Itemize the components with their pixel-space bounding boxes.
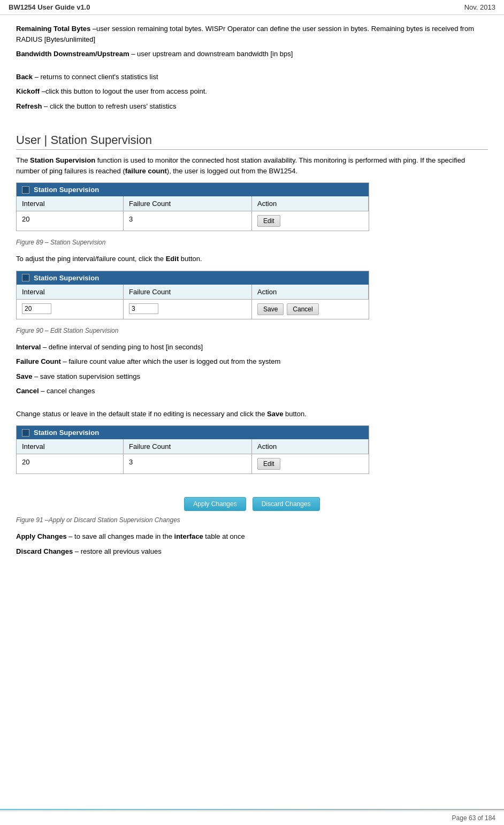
table3-col-headers: Interval Failure Count Action (17, 439, 369, 454)
para-back: Back – returns to connect client's stati… (16, 72, 488, 82)
monitor-icon2 (22, 274, 29, 281)
cancel-rest: – cancel changes (41, 387, 95, 395)
table2-interval-input[interactable] (22, 303, 51, 314)
para-edit-text: To adjust the ping interval/failure coun… (16, 255, 166, 263)
fig90-caption: Figure 90 – Edit Station Supervision (16, 326, 488, 335)
save-bold: Save (16, 372, 32, 380)
para-edit-rest: button. (179, 255, 202, 263)
fig89-caption: Figure 89 – Station Supervision (16, 238, 488, 247)
monitor-icon (22, 186, 29, 194)
table2-btn-row: Save Cancel (257, 303, 363, 315)
para-interval-def: Interval – define interval of sending pi… (16, 342, 488, 353)
table3-action-cell: Edit (252, 454, 369, 473)
intro-rest2: ), the user is logged out from the BW125… (167, 167, 297, 175)
header-date: Nov. 2013 (464, 3, 495, 11)
table1-failure-value: 3 (124, 211, 252, 231)
table2-data-row: Save Cancel (17, 300, 369, 319)
apply-interface-bold: interface (174, 532, 203, 540)
cancel-bold: Cancel (16, 387, 39, 395)
table2-container: Station Supervision Interval Failure Cou… (16, 271, 369, 319)
bandwidth-bold: Bandwidth Downstream/Upstream (16, 50, 129, 58)
discard-bold: Discard Changes (16, 547, 73, 555)
table3-header: Station Supervision (17, 426, 369, 439)
table2-col-interval: Interval (17, 285, 124, 299)
para-edit: To adjust the ping interval/failure coun… (16, 254, 488, 264)
intro-text: The (16, 156, 30, 164)
table2-title: Station Supervision (34, 274, 99, 282)
station-supervision-bold: Station Supervision (30, 156, 95, 164)
para-refresh: Refresh – click the button to refresh us… (16, 101, 488, 112)
apply-discard-row: Apply Changes Discard Changes (16, 497, 488, 511)
kickoff-text: –click this button to logout the user fr… (42, 87, 207, 95)
table2-cancel-button[interactable]: Cancel (287, 303, 318, 315)
para-apply-def: Apply Changes – to save all changes made… (16, 531, 488, 542)
apply-rest: – to save all changes made in the (68, 532, 174, 540)
table2-interval-cell (17, 300, 124, 319)
table1-col-interval: Interval (17, 196, 124, 211)
kickoff-bold: Kickoff (16, 87, 40, 95)
table1-interval-value: 20 (17, 211, 124, 231)
interval-bold: Interval (16, 343, 41, 351)
apply-bold: Apply Changes (16, 532, 67, 540)
table1-col-headers: Interval Failure Count Action (17, 196, 369, 211)
table2-failure-input[interactable] (129, 303, 158, 314)
table3-col-action: Action (252, 439, 369, 454)
table3-edit-button[interactable]: Edit (257, 458, 280, 470)
remaining-bytes-bold: Remaining Total Bytes (16, 25, 90, 33)
table3-failure-value: 3 (124, 454, 252, 473)
discard-changes-button[interactable]: Discard Changes (253, 497, 320, 511)
table3-data-row: 20 3 Edit (17, 454, 369, 473)
back-bold: Back (16, 73, 33, 81)
table1-edit-button[interactable]: Edit (257, 215, 280, 227)
footer: Page 63 of 184 (0, 811, 504, 825)
page-info: Page 63 of 184 (452, 814, 495, 822)
para-remaining-bytes: Remaining Total Bytes –user session rema… (16, 24, 488, 44)
table2-col-failure: Failure Count (124, 285, 252, 299)
save-rest: – save station supervision settings (34, 372, 140, 380)
apply-rest2: table at once (203, 532, 245, 540)
table3-title: Station Supervision (34, 429, 99, 437)
section-heading: User | Station Supervision (16, 133, 488, 150)
change-text: Change status or leave in the default st… (16, 410, 267, 418)
back-text: – returns to connect client's statistics… (35, 73, 158, 81)
table2-save-button[interactable]: Save (257, 303, 284, 315)
refresh-bold: Refresh (16, 102, 42, 110)
interval-rest: – define interval of sending ping to hos… (43, 343, 203, 351)
apply-changes-button[interactable]: Apply Changes (184, 497, 246, 511)
table1-title: Station Supervision (34, 186, 99, 194)
para-failure-def: Failure Count – failure count value afte… (16, 356, 488, 367)
refresh-text: – click the button to refresh users' sta… (44, 102, 176, 110)
table2-action-cell: Save Cancel (252, 300, 369, 319)
header-title: BW1254 User Guide v1.0 (9, 3, 90, 11)
change-rest: button. (283, 410, 306, 418)
para-change: Change status or leave in the default st… (16, 409, 488, 419)
content-area: Remaining Total Bytes –user session rema… (0, 15, 504, 593)
table2-header: Station Supervision (17, 271, 369, 285)
table1-container: Station Supervision Interval Failure Cou… (16, 182, 369, 231)
change-save-bold: Save (267, 410, 283, 418)
para-kickoff: Kickoff –click this button to logout the… (16, 86, 488, 97)
para-discard-def: Discard Changes – restore all previous v… (16, 546, 488, 557)
table2-failure-cell (124, 300, 252, 319)
monitor-icon3 (22, 429, 29, 437)
para-bandwidth: Bandwidth Downstream/Upstream – user ups… (16, 49, 488, 59)
intro-para: The Station Supervision function is used… (16, 155, 488, 176)
table3-col-failure: Failure Count (124, 439, 252, 454)
table1-col-failure: Failure Count (124, 196, 252, 211)
footer-line (0, 809, 504, 810)
table2-col-headers: Interval Failure Count Action (17, 285, 369, 300)
table1-data-row: 20 3 Edit (17, 211, 369, 231)
fig91-caption: Figure 91 –Apply or Discard Station Supe… (16, 515, 488, 525)
table3-col-interval: Interval (17, 439, 124, 454)
failure-count-bold: failure count (125, 167, 167, 175)
table3-container: Station Supervision Interval Failure Cou… (16, 425, 369, 474)
para-cancel-def: Cancel – cancel changes (16, 386, 488, 396)
header: BW1254 User Guide v1.0 Nov. 2013 (0, 0, 504, 15)
table1-header: Station Supervision (17, 183, 369, 196)
failure-bold: Failure Count (16, 357, 61, 365)
bandwidth-text: – user upstream and downstream bandwidth… (131, 50, 293, 58)
para-save-def: Save – save station supervision settings (16, 371, 488, 382)
table3-interval-value: 20 (17, 454, 124, 473)
table1-action-cell: Edit (252, 211, 369, 231)
edit-bold: Edit (166, 255, 179, 263)
